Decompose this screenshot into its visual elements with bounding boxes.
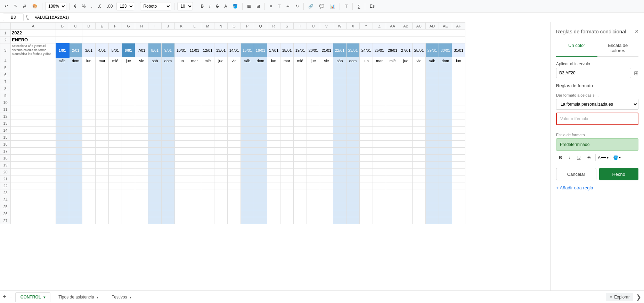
cell-P26[interactable] [241,210,254,217]
cell-F3[interactable]: 5/01 [109,43,122,57]
cell-B1[interactable] [56,30,69,36]
cell-E21[interactable] [96,175,109,182]
cell-X12[interactable] [347,113,360,120]
cell-AF14[interactable] [452,127,465,134]
cell-AD9[interactable] [426,92,439,99]
cell-R16[interactable] [267,141,280,148]
cell-E22[interactable] [96,182,109,189]
cell-AE25[interactable] [439,203,452,210]
cell-AF23[interactable] [452,189,465,196]
cell-X14[interactable] [347,127,360,134]
cell-AA15[interactable] [386,134,399,141]
cell-K18[interactable] [175,155,188,162]
cell-R7[interactable] [267,78,280,85]
cell-AC21[interactable] [413,175,426,182]
cell-H19[interactable] [135,162,148,169]
cell-C27[interactable] [69,217,82,224]
cell-L27[interactable] [188,217,201,224]
cell-U16[interactable] [307,141,320,148]
cell-E17[interactable] [96,148,109,155]
cell-Q15[interactable] [254,134,267,141]
cell-O17[interactable] [228,148,241,155]
cell-AA10[interactable] [386,99,399,106]
cell-AC10[interactable] [413,99,426,106]
cell-U11[interactable] [307,106,320,113]
cell-R6[interactable] [267,71,280,78]
cell-Q22[interactable] [254,182,267,189]
cell-S11[interactable] [280,106,294,113]
cell-AD19[interactable] [426,162,439,169]
cell-Z12[interactable] [373,113,386,120]
cell-G15[interactable] [122,134,135,141]
cell-S7[interactable] [280,78,294,85]
cell-F12[interactable] [109,113,122,120]
col-header-X[interactable]: X [347,23,360,30]
cell-A27[interactable] [11,217,56,224]
cell-P20[interactable] [241,169,254,175]
cell-S4[interactable]: mar [280,57,294,64]
tab-one-color[interactable]: Un color [556,40,597,57]
cell-Z8[interactable] [373,85,386,92]
cell-S15[interactable] [280,134,294,141]
cell-B12[interactable] [56,113,69,120]
cell-H21[interactable] [135,175,148,182]
cell-AA3[interactable]: 26/01 [386,43,399,57]
font-color-dropdown[interactable]: ▾ [607,156,609,159]
cell-AA16[interactable] [386,141,399,148]
cell-T9[interactable] [294,92,307,99]
cell-R18[interactable] [267,155,280,162]
cell-R3[interactable]: 17/01 [267,43,280,57]
cell-Z20[interactable] [373,169,386,175]
cell-J17[interactable] [162,148,175,155]
cell-C20[interactable] [69,169,82,175]
cell-AD22[interactable] [426,182,439,189]
cell-H12[interactable] [135,113,148,120]
cell-K8[interactable] [175,85,188,92]
cell-K21[interactable] [175,175,188,182]
col-header-K[interactable]: K [175,23,188,30]
cell-X26[interactable] [347,210,360,217]
cell-I5[interactable] [148,64,162,71]
cell-I17[interactable] [148,148,162,155]
cell-F21[interactable] [109,175,122,182]
cell-AB7[interactable] [399,78,413,85]
cell-AF11[interactable] [452,106,465,113]
cell-A20[interactable] [11,169,56,175]
cell-S23[interactable] [280,189,294,196]
cell-V14[interactable] [320,127,333,134]
cell-H13[interactable] [135,120,148,127]
input-tools-button[interactable]: Es [368,3,376,10]
functions-button[interactable]: ∑ [356,3,362,10]
cell-T24[interactable] [294,196,307,203]
cell-A2[interactable]: ENERO [11,36,56,43]
cell-U15[interactable] [307,134,320,141]
cell-C17[interactable] [69,148,82,155]
cell-AF26[interactable] [452,210,465,217]
cell-Q13[interactable] [254,120,267,127]
cell-L5[interactable] [188,64,201,71]
cell-W22[interactable] [333,182,347,189]
spreadsheet[interactable]: A B C D E F G H I J K L M N O P Q [0,22,550,290]
col-header-M[interactable]: M [201,23,214,30]
strikethrough-format-button[interactable]: S [585,154,593,162]
cell-W16[interactable] [333,141,347,148]
cell-AB24[interactable] [399,196,413,203]
cell-E12[interactable] [96,113,109,120]
cell-AB18[interactable] [399,155,413,162]
cell-T5[interactable] [294,64,307,71]
cell-O26[interactable] [228,210,241,217]
cell-AD3[interactable]: 29/01 [426,43,439,57]
cell-AB21[interactable] [399,175,413,182]
cell-F25[interactable] [109,203,122,210]
cell-M23[interactable] [201,189,214,196]
cell-L13[interactable] [188,120,201,127]
cell-T26[interactable] [294,210,307,217]
cell-Y20[interactable] [360,169,373,175]
borders-button[interactable]: ▦ [245,3,253,10]
cell-P25[interactable] [241,203,254,210]
cell-Q4[interactable]: dom [254,57,267,64]
cell-P10[interactable] [241,99,254,106]
cell-Y6[interactable] [360,71,373,78]
cell-AA9[interactable] [386,92,399,99]
cell-I15[interactable] [148,134,162,141]
